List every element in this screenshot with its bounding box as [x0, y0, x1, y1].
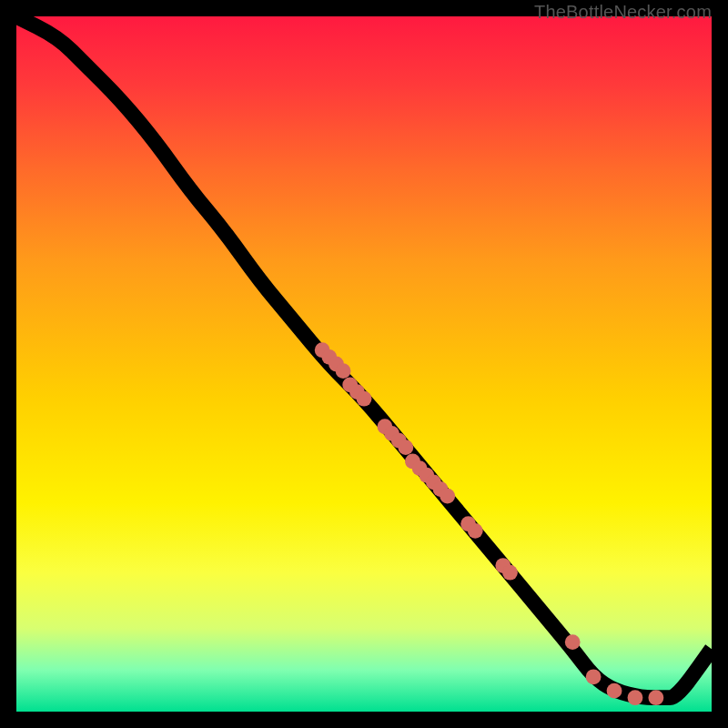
attribution-label: TheBottleNecker.com	[534, 2, 712, 23]
data-point	[440, 489, 455, 504]
chart-container: TheBottleNecker.com	[0, 0, 728, 728]
data-point	[648, 690, 663, 705]
data-point	[398, 440, 413, 455]
data-point	[502, 565, 518, 581]
data-point	[586, 669, 602, 684]
bottleneck-curve-path	[16, 16, 712, 698]
data-point	[468, 523, 483, 539]
scatter-group	[315, 342, 664, 705]
data-point	[336, 363, 351, 379]
chart-svg	[16, 16, 712, 712]
data-point	[607, 683, 622, 699]
chart-plot-area	[16, 16, 712, 712]
data-point	[628, 690, 643, 705]
data-point	[357, 391, 372, 407]
data-point	[565, 634, 581, 650]
